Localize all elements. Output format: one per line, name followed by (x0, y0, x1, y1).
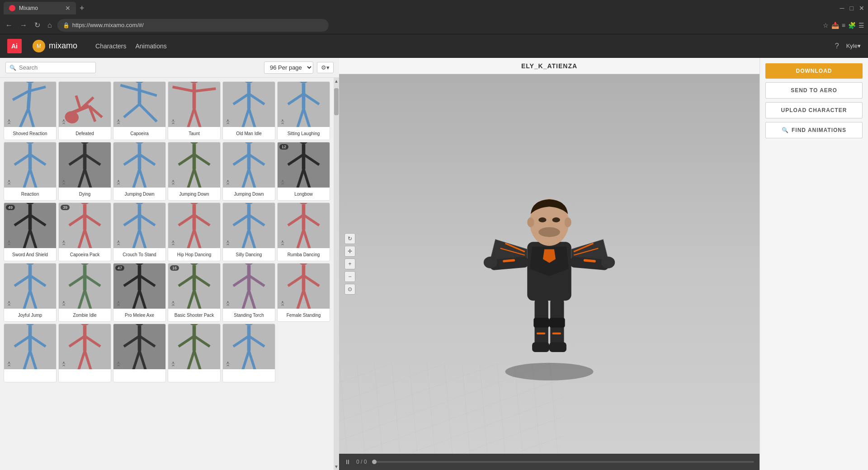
animation-card[interactable]: Shoved Reaction (4, 81, 57, 140)
animation-card[interactable]: Old Man Idle (222, 81, 275, 140)
scroll-track[interactable]: ▲ ▼ (334, 78, 339, 470)
zoom-in-button[interactable]: + (344, 258, 355, 269)
animation-card[interactable]: Reaction (4, 142, 57, 201)
browser-tab[interactable]: Mixamo ✕ (4, 2, 76, 14)
animation-preview (168, 82, 220, 127)
extensions-icon[interactable]: 🧩 (848, 22, 856, 29)
svg-line-135 (69, 276, 85, 286)
user-menu-button[interactable]: Kyle▾ (846, 42, 861, 49)
run-icon (6, 361, 12, 367)
find-animations-button[interactable]: 🔍 FIND ANIMATIONS (765, 122, 863, 138)
scroll-down-arrow[interactable]: ▼ (333, 463, 339, 470)
animation-card[interactable] (222, 324, 275, 382)
forward-button[interactable]: → (18, 19, 29, 31)
svg-point-125 (282, 240, 283, 242)
search-box[interactable]: 🔍 (5, 62, 96, 73)
timeline-track[interactable] (372, 461, 754, 463)
animation-card[interactable]: Joyful Jump (4, 263, 57, 322)
search-icon: 🔍 (9, 65, 16, 71)
svg-line-40 (304, 109, 311, 127)
svg-point-204 (505, 363, 594, 381)
animation-card[interactable]: Crouch To Stand (113, 202, 166, 261)
nav-animations[interactable]: Animations (135, 42, 166, 50)
svg-point-77 (297, 142, 310, 144)
svg-line-81 (297, 169, 303, 188)
back-button[interactable]: ← (4, 19, 14, 31)
scroll-up-arrow[interactable]: ▲ (333, 78, 339, 85)
rotate-button[interactable]: ↻ (344, 233, 355, 244)
animation-grid: Shoved Reaction Defeated (4, 81, 330, 382)
animation-card[interactable]: Zombie Idle (58, 263, 111, 322)
reset-view-button[interactable]: ⊙ (344, 284, 355, 295)
nav-characters[interactable]: Characters (95, 42, 126, 50)
reader-icon[interactable]: ≡ (842, 22, 845, 29)
settings-button[interactable]: ⚙▾ (317, 62, 334, 73)
animation-badge: 39 (61, 205, 70, 210)
animation-badge: 12 (279, 144, 288, 150)
tab-close-button[interactable]: ✕ (65, 5, 71, 12)
animation-card[interactable]: 47 Pro Melee Axe (113, 263, 166, 322)
animation-card[interactable] (113, 324, 166, 382)
animation-card[interactable]: Dying (58, 142, 111, 201)
svg-line-94 (85, 215, 100, 226)
send-to-aero-button[interactable]: SEND TO AERO (765, 82, 863, 99)
animation-card[interactable]: Capoeira (113, 81, 166, 140)
svg-line-65 (179, 155, 194, 165)
address-bar[interactable]: 🔒 https://www.mixamo.com/#/ (57, 19, 329, 32)
3d-viewport[interactable]: ↻ ✛ + − ⊙ (339, 74, 760, 454)
upload-character-button[interactable]: UPLOAD CHARACTER (765, 102, 863, 118)
minimize-button[interactable]: ─ (840, 5, 844, 12)
run-icon (61, 119, 67, 125)
svg-line-109 (187, 230, 194, 248)
svg-line-129 (30, 276, 46, 286)
maximize-button[interactable]: □ (850, 5, 854, 12)
help-icon[interactable]: ? (835, 42, 839, 50)
animations-scroll[interactable]: Shoved Reaction Defeated (0, 78, 334, 470)
animation-card[interactable]: Hip Hop Dancing (168, 202, 221, 261)
svg-point-223 (552, 217, 560, 222)
bookmark-icon[interactable]: ☆ (823, 22, 829, 29)
zoom-out-button[interactable]: − (344, 271, 355, 282)
animation-card[interactable] (58, 324, 111, 382)
pause-button[interactable]: ⏸ (344, 458, 351, 465)
animation-card[interactable]: 39 Capoeira Pack (58, 202, 111, 261)
timeline-thumb[interactable] (372, 460, 377, 464)
menu-icon[interactable]: ☰ (859, 22, 864, 29)
new-tab-button[interactable]: + (80, 4, 85, 13)
animation-preview (223, 203, 275, 248)
animation-card[interactable]: Standing Torch (222, 263, 275, 322)
animation-label: Capoeira Pack (59, 248, 111, 261)
animation-label: Jumping Down (113, 188, 165, 200)
animation-card[interactable]: Jumping Down (222, 142, 275, 201)
animation-card[interactable] (168, 324, 221, 382)
animation-card[interactable]: 12 Longbow (277, 142, 330, 201)
svg-line-61 (140, 169, 146, 188)
run-icon (225, 240, 231, 246)
animation-card[interactable]: Rumba Dancing (277, 202, 330, 261)
svg-line-67 (187, 169, 194, 188)
animation-card[interactable]: 49 Sword And Shield (4, 202, 57, 261)
pan-button[interactable]: ✛ (344, 246, 355, 257)
close-button[interactable]: ✕ (859, 5, 864, 12)
home-button[interactable]: ⌂ (46, 19, 54, 31)
svg-line-122 (304, 215, 319, 226)
svg-line-110 (194, 230, 201, 248)
download-button[interactable]: DOWNLOAD (765, 63, 863, 79)
animation-card[interactable]: Sitting Laughing (277, 81, 330, 140)
pocket-icon[interactable]: 📥 (831, 22, 839, 29)
animation-card[interactable]: Taunt (168, 81, 221, 140)
animation-preview (223, 82, 275, 127)
animation-card[interactable]: Silly Dancing (222, 202, 275, 261)
scroll-thumb[interactable] (334, 88, 339, 115)
animation-card[interactable]: Jumping Down (113, 142, 166, 201)
search-input[interactable] (19, 64, 92, 71)
animation-label: Jumping Down (223, 188, 275, 200)
svg-line-16 (120, 85, 139, 90)
per-page-select[interactable]: 96 Per page 48 Per page 24 Per page (264, 61, 313, 74)
animation-card[interactable]: Female Standing (277, 263, 330, 322)
animation-card[interactable]: 16 Basic Shooter Pack (168, 263, 221, 322)
animation-card[interactable] (4, 324, 57, 382)
animation-card[interactable]: Defeated (58, 81, 111, 140)
refresh-button[interactable]: ↻ (33, 19, 42, 31)
animation-card[interactable]: Jumping Down (168, 142, 221, 201)
